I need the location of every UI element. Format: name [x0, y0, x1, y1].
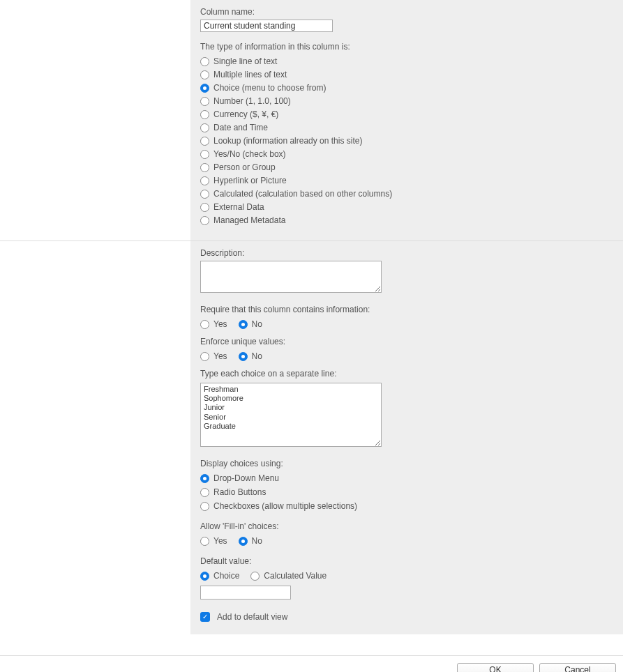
fillin-no-label: No — [252, 535, 262, 547]
type-option-currency[interactable]: Currency ($, ¥, €) — [200, 109, 613, 120]
type-option-external[interactable]: External Data — [200, 201, 613, 213]
default-calculated-label: Calculated Value — [264, 570, 326, 581]
radio-icon — [200, 70, 209, 79]
fillin-yes-label: Yes — [213, 535, 227, 547]
choices-input[interactable] — [200, 383, 382, 447]
radio-icon — [200, 137, 209, 146]
radio-icon — [200, 123, 209, 132]
type-option-label: Currency ($, ¥, €) — [213, 109, 278, 120]
unique-yes[interactable]: Yes — [200, 351, 227, 362]
radio-icon — [200, 176, 209, 185]
radio-icon — [200, 488, 209, 497]
default-value-label: Default value: — [200, 556, 613, 566]
type-option-label: Multiple lines of text — [213, 69, 287, 80]
radio-icon — [200, 190, 209, 199]
description-label: Description: — [200, 248, 613, 258]
unique-no[interactable]: No — [239, 351, 262, 362]
radio-icon — [200, 502, 209, 511]
display-dropdown[interactable]: Drop-Down Menu — [200, 473, 613, 484]
default-choice[interactable]: Choice — [200, 570, 239, 581]
type-option-managed[interactable]: Managed Metadata — [200, 215, 613, 226]
type-option-lookup[interactable]: Lookup (information already on this site… — [200, 135, 613, 146]
default-value-input[interactable] — [200, 586, 291, 600]
unique-label: Enforce unique values: — [200, 337, 613, 346]
display-radio[interactable]: Radio Buttons — [200, 487, 613, 498]
fillin-no[interactable]: No — [239, 535, 262, 547]
radio-icon — [200, 150, 209, 159]
display-radio-label: Radio Buttons — [213, 487, 266, 498]
column-name-input[interactable] — [200, 20, 333, 32]
display-label: Display choices using: — [200, 459, 613, 468]
type-option-calculated[interactable]: Calculated (calculation based on other c… — [200, 188, 613, 199]
radio-icon — [200, 110, 209, 119]
checkbox-icon — [200, 612, 210, 622]
radio-icon — [250, 572, 260, 581]
radio-icon — [239, 537, 248, 546]
type-option-choice[interactable]: Choice (menu to choose from) — [200, 82, 613, 93]
default-choice-label: Choice — [213, 570, 239, 581]
type-option-label: Number (1, 1.0, 100) — [213, 96, 291, 107]
type-option-single[interactable]: Single line of text — [200, 56, 613, 67]
fillin-label: Allow 'Fill-in' choices: — [200, 521, 613, 531]
type-option-number[interactable]: Number (1, 1.0, 100) — [200, 96, 613, 107]
radio-icon — [200, 474, 209, 483]
display-checkbox-label: Checkboxes (allow multiple selections) — [213, 501, 357, 512]
radio-icon — [239, 352, 248, 361]
type-option-label: Hyperlink or Picture — [213, 175, 287, 186]
unique-yes-label: Yes — [213, 351, 227, 362]
type-option-label: Single line of text — [213, 56, 277, 67]
require-yes-label: Yes — [213, 319, 227, 330]
require-no[interactable]: No — [239, 319, 262, 330]
radio-icon — [200, 216, 209, 225]
unique-no-label: No — [252, 351, 262, 362]
radio-icon — [200, 320, 209, 329]
radio-icon — [200, 203, 209, 212]
type-option-label: External Data — [213, 201, 264, 213]
type-info-label: The type of information in this column i… — [200, 42, 613, 52]
type-option-label: Choice (menu to choose from) — [213, 82, 326, 93]
radio-icon — [200, 163, 209, 172]
add-default-view[interactable]: Add to default view — [200, 612, 613, 622]
button-bar: OK Cancel — [0, 655, 623, 672]
radio-icon — [200, 537, 209, 546]
display-checkbox[interactable]: Checkboxes (allow multiple selections) — [200, 501, 613, 512]
add-default-view-label: Add to default view — [217, 612, 287, 622]
type-option-hyperlink[interactable]: Hyperlink or Picture — [200, 175, 613, 186]
radio-icon — [239, 320, 248, 329]
type-option-label: Calculated (calculation based on other c… — [213, 188, 392, 199]
require-label: Require that this column contains inform… — [200, 305, 613, 314]
type-option-multi[interactable]: Multiple lines of text — [200, 69, 613, 80]
column-name-label: Column name: — [200, 7, 613, 17]
description-input[interactable] — [200, 261, 382, 293]
ok-button[interactable]: OK — [457, 663, 534, 672]
choices-label: Type each choice on a separate line: — [200, 369, 613, 379]
radio-icon — [200, 352, 209, 361]
type-option-label: Date and Time — [213, 122, 268, 133]
cancel-button[interactable]: Cancel — [539, 663, 616, 672]
require-yes[interactable]: Yes — [200, 319, 227, 330]
type-option-label: Yes/No (check box) — [213, 148, 286, 160]
type-option-label: Lookup (information already on this site… — [213, 135, 362, 146]
radio-icon — [200, 97, 209, 106]
fillin-yes[interactable]: Yes — [200, 535, 227, 547]
radio-icon — [200, 57, 209, 66]
default-calculated[interactable]: Calculated Value — [250, 570, 326, 581]
require-no-label: No — [252, 319, 262, 330]
type-option-datetime[interactable]: Date and Time — [200, 122, 613, 133]
radio-icon — [200, 84, 209, 93]
display-dropdown-label: Drop-Down Menu — [213, 473, 279, 484]
type-option-person[interactable]: Person or Group — [200, 162, 613, 173]
type-option-yesno[interactable]: Yes/No (check box) — [200, 148, 613, 160]
type-option-label: Person or Group — [213, 162, 276, 173]
radio-icon — [200, 572, 209, 581]
type-option-label: Managed Metadata — [213, 215, 285, 226]
